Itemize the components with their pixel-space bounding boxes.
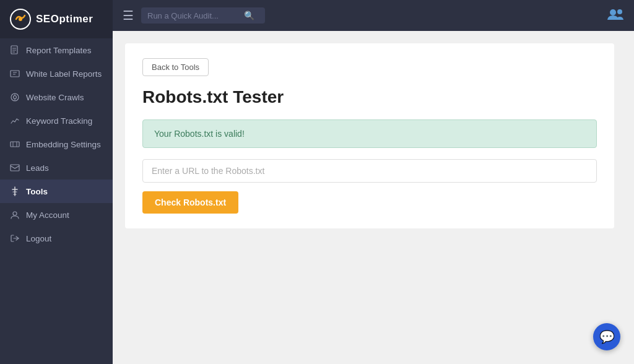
sidebar-label-tools: Tools: [26, 187, 48, 196]
sidebar-logo[interactable]: SEOptimer: [0, 0, 113, 38]
page-title: Robots.txt Tester: [142, 87, 597, 107]
svg-point-10: [14, 96, 17, 99]
sidebar-label-my-account: My Account: [26, 210, 69, 220]
svg-point-21: [13, 212, 17, 215]
hamburger-icon[interactable]: ☰: [123, 9, 134, 22]
sidebar-item-tools[interactable]: Tools: [0, 180, 113, 203]
leads-icon: [10, 163, 20, 173]
sidebar-item-logout[interactable]: Logout: [0, 227, 113, 250]
url-input[interactable]: [142, 159, 597, 183]
svg-rect-6: [11, 71, 19, 77]
sidebar-nav: Report Templates White Label Reports Web…: [0, 38, 113, 250]
embedding-settings-icon: [10, 139, 20, 149]
sidebar-label-keyword-tracking: Keyword Tracking: [26, 116, 92, 126]
keyword-tracking-icon: [10, 116, 20, 126]
sidebar-item-my-account[interactable]: My Account: [0, 203, 113, 227]
sidebar-label-website-crawls: Website Crawls: [26, 93, 84, 102]
brand-name: SEOptimer: [36, 13, 93, 25]
users-icon[interactable]: [607, 7, 624, 24]
svg-point-23: [610, 9, 616, 15]
sidebar-item-keyword-tracking[interactable]: Keyword Tracking: [0, 109, 113, 132]
website-crawls-icon: [10, 92, 20, 102]
content-area: Back to Tools Robots.txt Tester Your Rob…: [113, 31, 634, 364]
search-bar[interactable]: 🔍: [141, 7, 265, 24]
logout-icon: [10, 233, 20, 243]
sidebar: SEOptimer Report Templates White Label R…: [0, 0, 113, 364]
chat-bubble[interactable]: 💬: [593, 323, 620, 350]
sidebar-item-leads[interactable]: Leads: [0, 156, 113, 180]
svg-point-24: [617, 9, 622, 14]
white-label-icon: [10, 69, 20, 79]
sidebar-item-report-templates[interactable]: Report Templates: [0, 38, 113, 62]
chat-icon: 💬: [599, 329, 615, 344]
sidebar-label-leads: Leads: [26, 163, 49, 173]
svg-rect-16: [11, 165, 19, 171]
report-templates-icon: [10, 45, 20, 55]
sidebar-item-embedding-settings[interactable]: Embedding Settings: [0, 132, 113, 156]
sidebar-label-embedding-settings: Embedding Settings: [26, 140, 101, 149]
tools-icon: [10, 186, 20, 196]
sidebar-item-white-label-reports[interactable]: White Label Reports: [0, 62, 113, 85]
sidebar-label-logout: Logout: [26, 234, 51, 243]
svg-rect-13: [11, 142, 19, 147]
sidebar-label-white-label: White Label Reports: [26, 69, 102, 79]
success-banner: Your Robots.txt is valid!: [142, 119, 597, 148]
seoptimer-logo-icon: [10, 9, 31, 30]
main-card: Back to Tools Robots.txt Tester Your Rob…: [125, 43, 614, 228]
topbar: ☰ 🔍: [113, 0, 634, 31]
my-account-icon: [10, 210, 20, 220]
sidebar-item-website-crawls[interactable]: Website Crawls: [0, 85, 113, 109]
svg-point-1: [19, 17, 22, 21]
back-to-tools-button[interactable]: Back to Tools: [142, 58, 209, 76]
search-icon: 🔍: [244, 11, 254, 20]
check-robots-button[interactable]: Check Robots.txt: [142, 191, 238, 214]
main-area: ☰ 🔍 Back to Tools Robots.txt Tester Your…: [113, 0, 634, 364]
search-input[interactable]: [147, 11, 240, 20]
sidebar-label-report-templates: Report Templates: [26, 46, 92, 55]
